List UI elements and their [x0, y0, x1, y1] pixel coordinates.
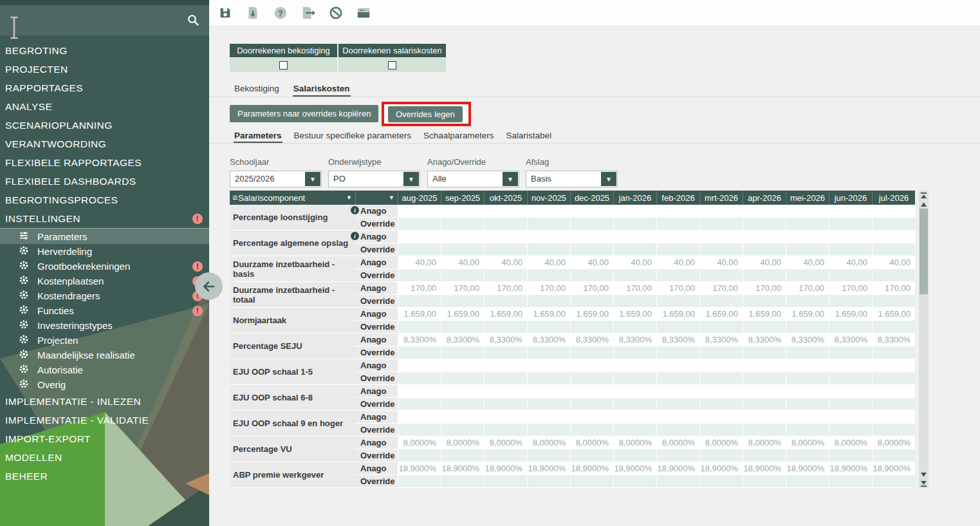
value-cell[interactable] — [613, 243, 656, 256]
value-cell[interactable]: 18,9000% — [441, 462, 484, 475]
value-cell[interactable] — [872, 218, 915, 230]
value-cell[interactable] — [829, 424, 872, 437]
sidebar-subitem-functies[interactable]: Functies! — [0, 303, 209, 318]
value-cell[interactable]: 18,9000% — [398, 462, 441, 475]
value-cell[interactable]: 8,3300% — [398, 333, 441, 346]
value-cell[interactable] — [786, 243, 829, 256]
value-cell[interactable] — [570, 205, 613, 218]
sidebar-item-flexibele-dashboards[interactable]: FLEXIBELE DASHBOARDS — [0, 172, 209, 191]
value-cell[interactable] — [829, 295, 872, 308]
value-cell[interactable] — [699, 346, 743, 359]
value-cell[interactable] — [613, 321, 656, 333]
value-cell[interactable] — [398, 475, 441, 488]
value-cell[interactable] — [570, 449, 613, 462]
value-cell[interactable] — [786, 321, 829, 333]
value-cell[interactable]: 1.659,00 — [656, 308, 699, 321]
value-cell[interactable] — [398, 359, 441, 372]
value-cell[interactable]: 8,0000% — [786, 437, 829, 449]
value-cell[interactable] — [743, 295, 786, 308]
value-cell[interactable]: 8,3300% — [743, 333, 786, 346]
value-cell[interactable]: 18,9000% — [484, 462, 527, 475]
value-cell[interactable] — [484, 230, 527, 243]
sidebar-item-flexibele-rapportages[interactable]: FLEXIBELE RAPPORTAGES — [0, 153, 209, 172]
value-cell[interactable] — [699, 398, 743, 411]
value-cell[interactable]: 8,3300% — [484, 333, 527, 346]
value-cell[interactable] — [527, 372, 570, 385]
value-cell[interactable] — [829, 243, 872, 256]
value-cell[interactable] — [829, 372, 872, 385]
value-cell[interactable] — [613, 385, 656, 398]
value-cell[interactable] — [743, 346, 786, 359]
value-cell[interactable]: 18,9000% — [743, 462, 786, 475]
value-cell[interactable] — [613, 346, 656, 359]
value-cell[interactable] — [656, 295, 699, 308]
value-cell[interactable]: 1.659,00 — [872, 308, 915, 321]
value-cell[interactable] — [570, 372, 613, 385]
value-cell[interactable] — [441, 243, 484, 256]
value-cell[interactable] — [743, 398, 786, 411]
value-cell[interactable]: 170,00 — [872, 282, 915, 295]
value-cell[interactable] — [527, 398, 570, 411]
sidebar-item-verantwoording[interactable]: VERANTWOORDING — [0, 135, 209, 153]
sidebar-item-modellen[interactable]: MODELLEN — [0, 448, 209, 467]
value-cell[interactable]: 40,00 — [656, 256, 699, 269]
value-cell[interactable] — [743, 205, 786, 218]
sidebar-subitem-grootboekrekeningen[interactable]: Grootboekrekeningen! — [0, 259, 209, 274]
value-cell[interactable] — [613, 218, 656, 230]
value-cell[interactable] — [484, 424, 527, 437]
value-cell[interactable] — [743, 359, 786, 372]
value-cell[interactable] — [656, 411, 699, 424]
value-cell[interactable]: 170,00 — [656, 282, 699, 295]
value-cell[interactable]: 1.659,00 — [786, 308, 829, 321]
value-cell[interactable] — [786, 424, 829, 437]
value-cell[interactable] — [441, 230, 484, 243]
value-cell[interactable] — [570, 243, 613, 256]
value-cell[interactable] — [786, 269, 829, 282]
value-cell[interactable] — [570, 398, 613, 411]
value-cell[interactable] — [743, 372, 786, 385]
sidebar-item-begrotingsproces[interactable]: BEGROTINGSPROCES — [0, 191, 209, 209]
value-cell[interactable] — [484, 218, 527, 230]
value-cell[interactable] — [613, 372, 656, 385]
value-cell[interactable]: 170,00 — [441, 282, 484, 295]
value-cell[interactable] — [613, 449, 656, 462]
value-cell[interactable] — [829, 411, 872, 424]
value-cell[interactable]: 18,9000% — [570, 462, 613, 475]
value-cell[interactable] — [829, 449, 872, 462]
value-cell[interactable] — [743, 269, 786, 282]
value-cell[interactable] — [527, 295, 570, 308]
value-cell[interactable] — [484, 398, 527, 411]
value-cell[interactable] — [699, 218, 743, 230]
value-cell[interactable] — [570, 475, 613, 488]
value-cell[interactable] — [484, 321, 527, 333]
value-cell[interactable] — [829, 321, 872, 333]
value-cell[interactable] — [484, 205, 527, 218]
value-cell[interactable] — [570, 218, 613, 230]
value-cell[interactable] — [656, 398, 699, 411]
value-cell[interactable] — [656, 205, 699, 218]
value-cell[interactable] — [613, 411, 656, 424]
value-cell[interactable] — [829, 385, 872, 398]
value-cell[interactable] — [484, 385, 527, 398]
value-cell[interactable] — [699, 385, 743, 398]
sidebar-item-instellingen[interactable]: INSTELLINGEN! — [0, 209, 209, 228]
value-cell[interactable] — [872, 372, 915, 385]
value-cell[interactable] — [872, 346, 915, 359]
value-cell[interactable]: 8,0000% — [398, 437, 441, 449]
sidebar-item-projecten[interactable]: PROJECTEN — [0, 60, 209, 79]
value-cell[interactable]: 8,0000% — [743, 437, 786, 449]
sidebar-subitem-investeringstypes[interactable]: Investeringstypes — [0, 318, 209, 333]
value-cell[interactable] — [398, 398, 441, 411]
value-cell[interactable] — [484, 295, 527, 308]
value-cell[interactable] — [527, 385, 570, 398]
source-column-header[interactable]: ▼ — [355, 191, 398, 205]
vertical-scrollbar[interactable] — [919, 191, 929, 488]
value-cell[interactable]: 40,00 — [699, 256, 743, 269]
scroll-up-button[interactable] — [919, 200, 929, 209]
value-cell[interactable] — [570, 385, 613, 398]
value-cell[interactable] — [699, 205, 743, 218]
value-cell[interactable]: 40,00 — [743, 256, 786, 269]
value-cell[interactable] — [613, 398, 656, 411]
value-cell[interactable] — [872, 411, 915, 424]
window-icon[interactable] — [356, 5, 371, 21]
